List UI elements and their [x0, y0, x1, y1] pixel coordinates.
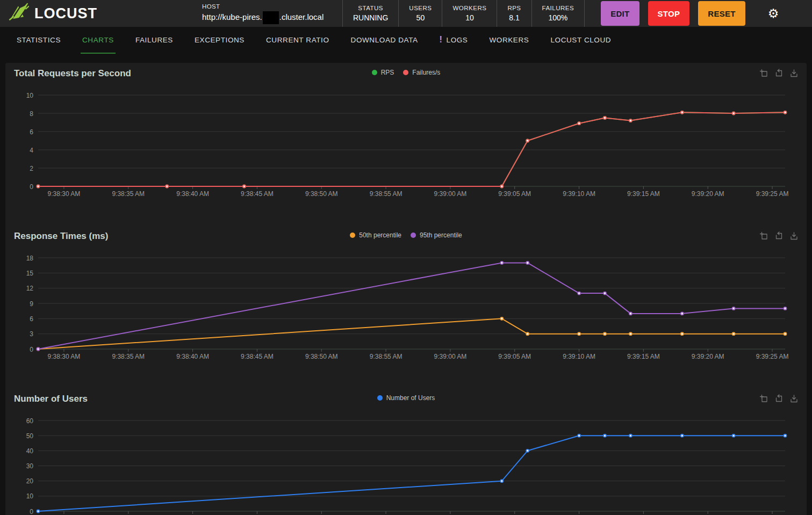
svg-text:9:38:35 AM: 9:38:35 AM — [112, 353, 145, 360]
header-buttons: EDITSTOPRESET — [601, 1, 745, 26]
logs-warning-icon: ! — [440, 35, 443, 45]
chart-legend: Number of Users — [5, 394, 807, 402]
stat-label: USERS — [409, 5, 432, 11]
restore-icon[interactable] — [774, 394, 784, 404]
chart-toolbox — [759, 394, 799, 404]
data-zoom-icon[interactable] — [759, 69, 769, 79]
svg-text:9:39:15 AM: 9:39:15 AM — [627, 190, 660, 198]
legend-label: 95th percentile — [420, 231, 462, 239]
stop-button[interactable]: STOP — [648, 1, 690, 26]
tab-failures[interactable]: FAILURES — [134, 27, 175, 54]
chart-header: Total Requests per SecondRPSFailures/s — [5, 67, 807, 83]
tab-statistics[interactable]: STATISTICS — [15, 27, 62, 54]
tab-label: LOCUST CLOUD — [550, 36, 611, 44]
legend-item-50th-percentile[interactable]: 50th percentile — [350, 231, 401, 239]
legend-label: Failures/s — [412, 69, 440, 76]
gear-icon[interactable]: ⚙ — [768, 8, 779, 20]
redaction-box — [263, 11, 279, 24]
svg-text:50: 50 — [26, 432, 34, 440]
svg-text:9:38:30 AM: 9:38:30 AM — [48, 190, 81, 198]
svg-text:9:39:25 AM: 9:39:25 AM — [756, 190, 789, 198]
stat-rps: RPS8.1 — [497, 0, 531, 27]
svg-text:0: 0 — [30, 183, 33, 191]
tab-label: FAILURES — [135, 36, 173, 44]
save-image-icon[interactable] — [789, 69, 799, 79]
svg-text:9:38:45 AM: 9:38:45 AM — [241, 353, 274, 360]
svg-text:12: 12 — [26, 285, 34, 292]
tab-download-data[interactable]: DOWNLOAD DATA — [349, 27, 420, 54]
reset-button[interactable]: RESET — [698, 1, 745, 26]
series-line-number-of-users — [38, 436, 785, 511]
legend-label: RPS — [381, 69, 394, 76]
data-zoom-icon[interactable] — [759, 394, 769, 404]
tab-charts[interactable]: CHARTS — [81, 27, 116, 54]
host-url: http://kube-pires..cluster.local — [202, 11, 342, 24]
svg-text:2: 2 — [30, 165, 33, 172]
svg-text:4: 4 — [30, 147, 33, 154]
chart-total-requests-per-second: Total Requests per SecondRPSFailures/s02… — [5, 63, 807, 200]
chart-canvas[interactable]: 0102030405060 — [5, 415, 807, 515]
locust-logo-home-link[interactable]: LOCUST — [0, 2, 202, 25]
legend-label: 50th percentile — [359, 231, 401, 239]
svg-text:3: 3 — [30, 330, 33, 338]
legend-dot — [403, 70, 408, 75]
save-image-icon[interactable] — [789, 394, 799, 404]
svg-text:9:38:50 AM: 9:38:50 AM — [305, 190, 338, 198]
series-line-rps — [38, 112, 785, 186]
brand-name: LOCUST — [34, 5, 97, 22]
series-line-failures-s — [38, 112, 785, 186]
tab-logs[interactable]: !LOGS — [438, 27, 470, 54]
chart-legend: RPSFailures/s — [5, 69, 807, 76]
legend-item-failures-s[interactable]: Failures/s — [403, 69, 440, 76]
svg-text:0: 0 — [30, 346, 33, 353]
chart-canvas[interactable]: 02468109:38:30 AM9:38:35 AM9:38:40 AM9:3… — [5, 90, 807, 200]
header-stats: STATUSRUNNINGUSERS50WORKERS10RPS8.1FAILU… — [343, 0, 585, 27]
stat-label: STATUS — [358, 5, 383, 11]
tab-workers[interactable]: WORKERS — [487, 27, 530, 54]
tab-locust-cloud[interactable]: LOCUST CLOUD — [549, 27, 613, 54]
svg-text:9:39:10 AM: 9:39:10 AM — [563, 190, 595, 198]
tab-label: EXCEPTIONS — [195, 36, 245, 44]
legend-item-rps[interactable]: RPS — [372, 69, 394, 76]
stat-label: WORKERS — [452, 5, 486, 11]
restore-icon[interactable] — [774, 231, 784, 242]
tab-exceptions[interactable]: EXCEPTIONS — [193, 27, 246, 54]
tab-label: LOGS — [447, 36, 468, 44]
host-label: HOST — [202, 3, 342, 10]
svg-text:9:39:15 AM: 9:39:15 AM — [627, 353, 660, 360]
chart-toolbox — [759, 69, 799, 79]
data-zoom-icon[interactable] — [759, 231, 769, 242]
svg-text:9:39:25 AM: 9:39:25 AM — [756, 353, 789, 360]
legend-dot — [350, 233, 355, 238]
svg-text:9:39:00 AM: 9:39:00 AM — [434, 190, 467, 198]
legend-item-95th-percentile[interactable]: 95th percentile — [411, 231, 462, 239]
tab-current-ratio[interactable]: CURRENT RATIO — [264, 27, 331, 54]
restore-icon[interactable] — [774, 69, 784, 79]
svg-text:9:39:05 AM: 9:39:05 AM — [498, 353, 531, 360]
legend-dot — [377, 395, 383, 401]
edit-button[interactable]: EDIT — [601, 1, 639, 26]
chart-number-of-users: Number of UsersNumber of Users0102030405… — [5, 393, 807, 515]
svg-text:20: 20 — [26, 477, 34, 485]
chart-canvas[interactable]: 03691215189:38:30 AM9:38:35 AM9:38:40 AM… — [5, 252, 807, 362]
svg-text:9:39:10 AM: 9:39:10 AM — [563, 353, 595, 360]
svg-text:8: 8 — [30, 110, 33, 118]
svg-text:9:38:30 AM: 9:38:30 AM — [48, 353, 81, 360]
svg-text:9:39:20 AM: 9:39:20 AM — [692, 353, 724, 360]
legend-item-number-of-users[interactable]: Number of Users — [377, 394, 435, 402]
svg-text:6: 6 — [30, 315, 33, 323]
svg-text:9:39:05 AM: 9:39:05 AM — [498, 190, 531, 198]
stat-value: RUNNING — [353, 13, 388, 22]
save-image-icon[interactable] — [789, 231, 799, 242]
svg-text:18: 18 — [26, 255, 34, 262]
legend-dot — [372, 70, 377, 75]
legend-label: Number of Users — [386, 394, 435, 402]
stat-failures: FAILURES100% — [532, 0, 585, 27]
main-content: Total Requests per SecondRPSFailures/s02… — [0, 54, 812, 515]
svg-text:9:39:00 AM: 9:39:00 AM — [434, 353, 467, 360]
svg-text:40: 40 — [26, 447, 34, 455]
stat-label: RPS — [507, 5, 521, 11]
chart-toolbox — [759, 231, 799, 242]
nav-tabs: STATISTICSCHARTSFAILURESEXCEPTIONSCURREN… — [0, 27, 812, 54]
host-block: HOST http://kube-pires..cluster.local — [202, 0, 343, 27]
